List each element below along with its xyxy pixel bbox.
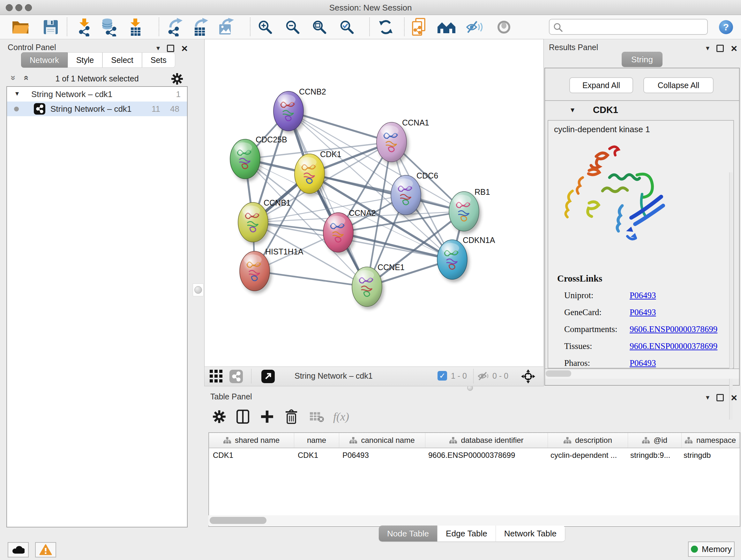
zoom-in-icon[interactable] (255, 17, 275, 37)
gear-icon[interactable] (209, 406, 229, 428)
crosslink-label: GeneCard: (564, 307, 602, 317)
network-node-CCNA2[interactable] (323, 212, 353, 252)
import-database-icon[interactable] (99, 17, 119, 37)
gear-icon[interactable] (171, 73, 183, 85)
application-window: Session: New Session (0, 0, 741, 560)
gene-entry-header[interactable]: ▾ CDK1 (545, 101, 739, 119)
network-node-HIST1H1A[interactable] (240, 251, 270, 291)
search-input[interactable] (564, 20, 703, 32)
panel-dropdown-icon[interactable]: ▾ (706, 393, 710, 401)
expand-all-button[interactable]: Expand All (569, 77, 633, 93)
network-node-RB1[interactable] (449, 192, 479, 231)
network-node-CDKN1A[interactable] (437, 240, 467, 279)
network-edge-HIST1H1A-CCNE1[interactable] (255, 271, 367, 287)
crosslink-link[interactable]: P06493 (630, 358, 656, 368)
collection-expander-icon[interactable]: ▾ (15, 89, 19, 98)
crosshair-icon[interactable] (521, 369, 535, 383)
results-vertical-scrollbar[interactable] (729, 172, 733, 420)
open-in-window-icon[interactable] (261, 370, 275, 383)
zoom-selected-icon[interactable] (337, 17, 357, 37)
panel-float-icon[interactable] (717, 45, 724, 52)
hide-eye-icon[interactable] (465, 17, 484, 37)
tab-network-table[interactable]: Network Table (496, 525, 565, 542)
panel-close-icon[interactable]: × (731, 45, 737, 51)
help-icon[interactable]: ? (716, 17, 736, 37)
grid-view-icon[interactable] (210, 370, 223, 383)
column-header--id[interactable]: @id (628, 433, 682, 448)
column-header-namespace[interactable]: namespace (682, 433, 739, 448)
table-cell[interactable]: cyclin-dependent ... (547, 448, 626, 462)
network-node-CCNE1[interactable] (352, 267, 382, 307)
warning-status-button[interactable] (35, 542, 56, 557)
tab-string[interactable]: String (622, 52, 663, 67)
export-image-icon[interactable] (216, 17, 236, 37)
crosslink-link[interactable]: P06493 (630, 307, 656, 317)
tab-node-table[interactable]: Node Table (379, 525, 437, 542)
network-edge-CCNB2-CCNA1[interactable] (288, 111, 392, 142)
column-header-shared-name[interactable]: shared name (209, 433, 294, 448)
import-table-icon[interactable] (126, 17, 145, 37)
panel-float-icon[interactable] (167, 45, 174, 52)
crosslinks-list: Uniprot:P06493GeneCard:P06493Compartment… (564, 287, 730, 372)
show-eye-icon[interactable] (494, 17, 514, 37)
toolbar-separator (369, 17, 370, 36)
collapse-all-button[interactable]: Collapse All (643, 77, 714, 93)
table-scrollbar-thumb[interactable] (210, 517, 266, 524)
column-header-description[interactable]: description (548, 433, 628, 448)
control-panel: Control Panel ▾ × NetworkStyleSelectSets… (3, 39, 191, 543)
save-icon[interactable] (41, 17, 61, 37)
column-header-name[interactable]: name (294, 433, 339, 448)
network-node-CCNB2[interactable] (273, 91, 304, 131)
table-cell[interactable]: 9606.ENSP00000378699 (424, 448, 547, 462)
selected-checkbox-icon[interactable]: ✓ (437, 371, 447, 381)
refresh-icon[interactable] (376, 17, 396, 37)
window-title: Session: New Session (0, 3, 741, 13)
tab-style[interactable]: Style (68, 52, 103, 68)
table-cell[interactable]: CDK1 (209, 448, 294, 462)
show-columns-icon[interactable] (232, 406, 253, 428)
export-network-icon[interactable] (165, 17, 185, 37)
zoom-fit-icon[interactable] (310, 17, 329, 37)
network-node-CDC25B[interactable] (230, 139, 260, 179)
share-view-icon[interactable] (229, 370, 243, 383)
memory-button[interactable]: Memory (688, 542, 735, 557)
left-splitter-handle[interactable] (193, 284, 204, 296)
table-cell[interactable]: stringdb:9... (626, 448, 680, 462)
entry-expander-icon[interactable]: ▾ (570, 105, 575, 114)
table-cell[interactable]: stringdb (680, 448, 737, 462)
add-column-icon[interactable] (257, 406, 277, 428)
open-folder-icon[interactable] (11, 17, 30, 37)
cloud-status-button[interactable] (8, 542, 29, 557)
crosslink-link[interactable]: P06493 (630, 291, 656, 300)
control-panel-tabs: NetworkStyleSelectSets (21, 52, 175, 68)
network-row-selected[interactable]: String Network – cdk1 11 48 (7, 102, 187, 116)
network-node-CCNB1[interactable] (238, 202, 268, 242)
network-node-CDK1[interactable] (294, 154, 325, 193)
column-header-database-identifier[interactable]: database identifier (425, 433, 548, 448)
network-canvas[interactable]: CCNB2CCNA1CDC25BCDK1CDC6RB1CCNB1CCNA2CDK… (204, 39, 544, 367)
table-cell[interactable]: P06493 (339, 448, 424, 462)
column-header-canonical-name[interactable]: canonical name (339, 433, 425, 448)
delete-column-icon[interactable] (281, 406, 301, 428)
homes-icon[interactable] (436, 17, 456, 37)
crosslink-link[interactable]: 9606.ENSP00000378699 (630, 324, 718, 334)
results-scrollbar-thumb[interactable] (546, 370, 571, 377)
panel-dropdown-icon[interactable]: ▾ (156, 44, 160, 52)
network-collection-row[interactable]: ▾ String Network – cdk1 1 (7, 87, 187, 102)
tab-edge-table[interactable]: Edge Table (437, 525, 496, 542)
import-network-icon[interactable] (75, 17, 94, 37)
panel-close-icon[interactable]: × (731, 394, 737, 401)
tab-select[interactable]: Select (103, 52, 142, 68)
network-node-CCNA1[interactable] (377, 122, 407, 162)
tab-network[interactable]: Network (21, 52, 68, 68)
tab-sets[interactable]: Sets (142, 52, 175, 68)
crosslink-link[interactable]: 9606.ENSP00000378699 (630, 341, 718, 351)
panel-float-icon[interactable] (717, 394, 724, 401)
panel-dropdown-icon[interactable]: ▾ (706, 44, 710, 52)
network-node-CDC6[interactable] (391, 175, 421, 215)
panel-close-icon[interactable]: × (181, 45, 188, 51)
table-cell[interactable]: CDK1 (294, 448, 339, 462)
zoom-out-icon[interactable] (283, 17, 302, 37)
export-table-icon[interactable] (191, 17, 211, 37)
document-share-icon[interactable] (410, 17, 429, 37)
